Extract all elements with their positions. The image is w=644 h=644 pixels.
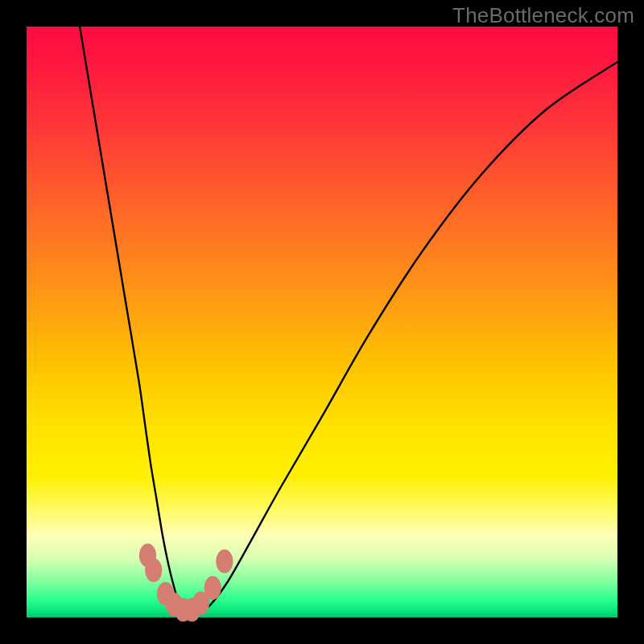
bottleneck-curve <box>80 27 617 616</box>
curve-marker <box>216 550 233 573</box>
curve-marker <box>145 559 162 582</box>
curve-markers <box>139 543 233 621</box>
curve-layer <box>27 27 617 617</box>
chart-frame: TheBottleneck.com <box>0 0 644 644</box>
curve-marker <box>204 576 221 600</box>
plot-area <box>27 27 617 617</box>
watermark-text: TheBottleneck.com <box>452 3 634 28</box>
